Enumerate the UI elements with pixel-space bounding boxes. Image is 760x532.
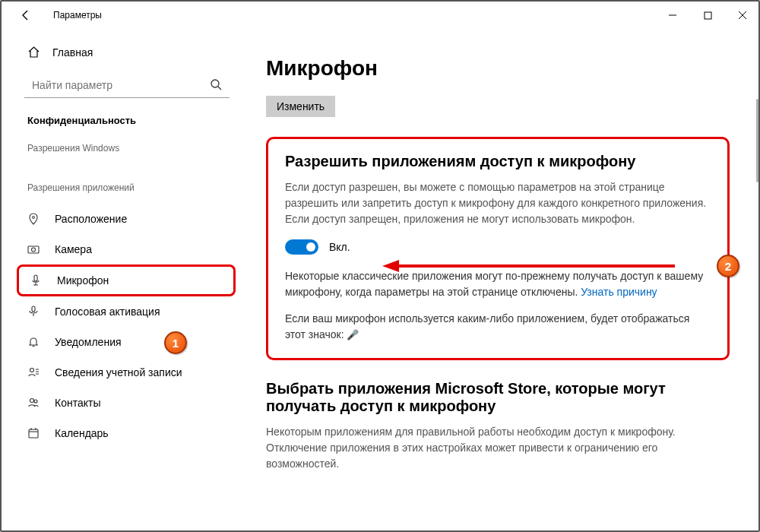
- svg-rect-14: [29, 429, 38, 438]
- sidebar-item-label: Камера: [55, 243, 92, 255]
- group-windows-permissions: Разрешения Windows: [0, 132, 243, 164]
- voice-icon: [27, 306, 41, 318]
- bell-icon: [27, 336, 41, 348]
- svg-point-12: [30, 399, 34, 403]
- maximize-button[interactable]: [690, 0, 725, 30]
- sidebar-item-voice-activation[interactable]: Голосовая активация: [0, 296, 243, 327]
- learn-why-link[interactable]: Узнать причину: [581, 286, 657, 298]
- mic-in-use-note: Если ваш микрофон используется каким-либ…: [285, 311, 711, 343]
- svg-rect-1: [705, 12, 711, 19]
- microphone-icon: [30, 274, 43, 287]
- content-area: Микрофон Изменить Разрешить приложениям …: [243, 30, 760, 532]
- svg-rect-10: [32, 306, 35, 312]
- svg-rect-7: [28, 246, 39, 253]
- sidebar-item-label: Контакты: [55, 397, 100, 409]
- annotation-badge-2: 2: [717, 255, 739, 277]
- close-button[interactable]: [725, 0, 760, 30]
- sidebar-item-notifications[interactable]: Уведомления: [0, 327, 243, 357]
- back-button[interactable]: [15, 5, 36, 26]
- svg-marker-19: [382, 260, 399, 272]
- svg-point-8: [32, 248, 36, 252]
- calendar-icon: [27, 427, 41, 439]
- svg-point-11: [30, 369, 34, 372]
- location-icon: [27, 213, 41, 225]
- store-apps-title: Выбрать приложения Microsoft Store, кото…: [266, 380, 676, 415]
- sidebar-item-label: Расположение: [55, 213, 127, 225]
- sidebar-item-account-info[interactable]: Сведения учетной записи: [0, 357, 243, 388]
- group-app-permissions: Разрешения приложений: [0, 164, 243, 204]
- annotation-arrow: [382, 257, 679, 275]
- svg-point-4: [211, 80, 219, 87]
- minimize-button[interactable]: [655, 0, 690, 30]
- toggle-state-label: Вкл.: [329, 241, 350, 253]
- annotation-badge-1: 1: [164, 331, 187, 354]
- home-label: Главная: [52, 46, 93, 59]
- camera-icon: [27, 243, 41, 255]
- microphone-glyph-icon: 🎤: [347, 329, 359, 340]
- sidebar-item-label: Уведомления: [55, 336, 122, 348]
- section-header: Конфиденциальность: [0, 109, 243, 132]
- sidebar-item-microphone[interactable]: Микрофон: [17, 264, 236, 296]
- arrow-left-icon: [19, 8, 33, 22]
- allow-apps-title: Разрешить приложениям доступ к микрофону: [285, 153, 711, 170]
- search-input[interactable]: [24, 72, 230, 98]
- page-title: Микрофон: [266, 56, 730, 81]
- sidebar-item-camera[interactable]: Камера: [0, 234, 243, 264]
- sidebar: Главная Конфиденциальность Разрешения Wi…: [0, 30, 243, 532]
- microphone-access-toggle[interactable]: [285, 239, 318, 255]
- sidebar-item-label: Голосовая активация: [55, 306, 160, 318]
- contacts-icon: [27, 397, 41, 409]
- search-icon: [210, 78, 222, 90]
- sidebar-item-label: Микрофон: [57, 274, 109, 287]
- account-icon: [27, 366, 41, 378]
- svg-line-5: [218, 87, 221, 90]
- svg-point-13: [34, 400, 37, 403]
- svg-rect-9: [34, 275, 37, 281]
- allow-apps-section: Разрешить приложениям доступ к микрофону…: [266, 137, 730, 360]
- allow-apps-description: Если доступ разрешен, вы можете с помощь…: [285, 179, 711, 227]
- window-title: Параметры: [53, 10, 102, 21]
- sidebar-item-calendar[interactable]: Календарь: [0, 418, 243, 448]
- svg-point-6: [33, 217, 35, 219]
- change-button[interactable]: Изменить: [266, 96, 335, 117]
- sidebar-item-contacts[interactable]: Контакты: [0, 388, 243, 418]
- store-apps-description: Некоторым приложениям для правильной раб…: [266, 424, 676, 472]
- sidebar-item-location[interactable]: Расположение: [0, 204, 243, 234]
- sidebar-item-label: Календарь: [55, 427, 109, 439]
- scrollbar-thumb[interactable]: [756, 99, 758, 182]
- home-icon: [27, 46, 40, 59]
- home-link[interactable]: Главная: [0, 38, 243, 66]
- sidebar-item-label: Сведения учетной записи: [55, 366, 182, 378]
